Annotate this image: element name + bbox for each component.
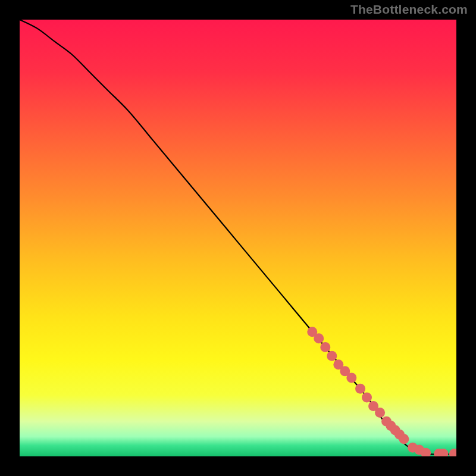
sample-marker xyxy=(362,392,372,402)
sample-marker xyxy=(314,333,324,343)
sample-marker xyxy=(399,434,409,444)
sample-marker xyxy=(375,408,385,418)
sample-marker xyxy=(320,342,330,352)
plot-area xyxy=(20,20,456,456)
chart-svg xyxy=(20,20,456,456)
chart-frame: TheBottleneck.com xyxy=(0,0,476,476)
sample-marker xyxy=(327,351,337,361)
watermark-text: TheBottleneck.com xyxy=(350,2,468,17)
sample-marker xyxy=(355,384,365,394)
sample-marker xyxy=(346,372,356,383)
gradient-background xyxy=(20,20,456,456)
